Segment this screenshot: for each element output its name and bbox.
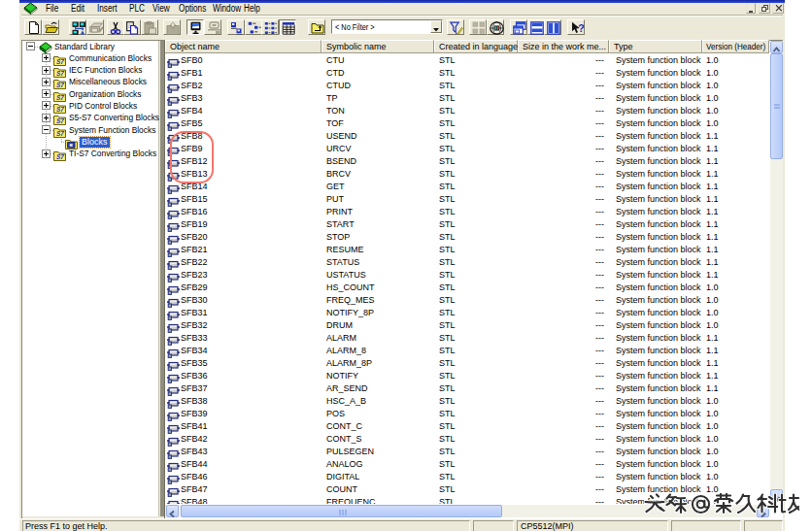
svg-text:?: ? bbox=[578, 22, 585, 34]
svg-text:S7: S7 bbox=[56, 153, 64, 160]
svg-text:S7: S7 bbox=[56, 117, 64, 124]
svg-text:S7: S7 bbox=[56, 130, 64, 137]
svg-text:S7: S7 bbox=[56, 82, 64, 88]
